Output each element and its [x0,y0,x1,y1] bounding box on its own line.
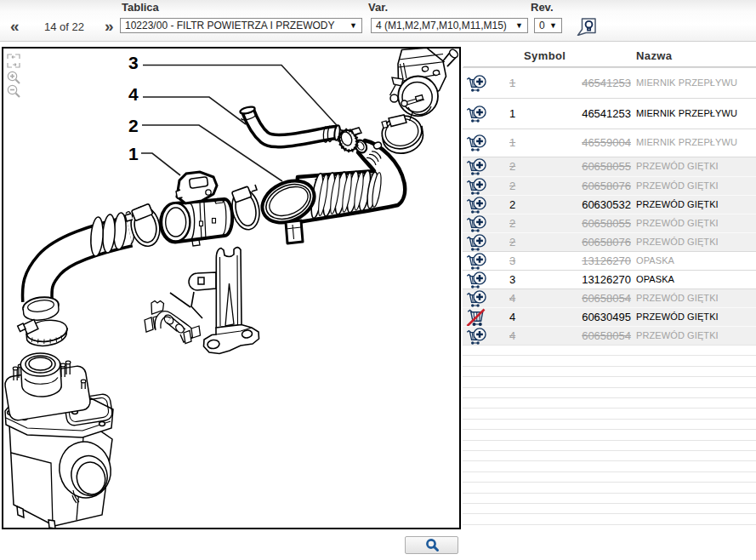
svg-text:3: 3 [128,53,139,72]
svg-text:1: 1 [128,144,139,163]
svg-text:4: 4 [128,84,139,104]
svg-text:2: 2 [128,116,139,135]
